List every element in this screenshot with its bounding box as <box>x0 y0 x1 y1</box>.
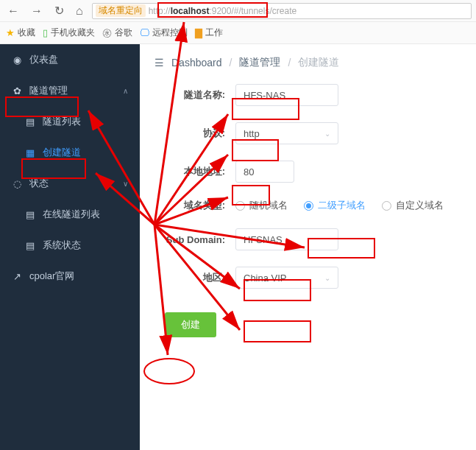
row-region: 地区: China VIP⌄ <box>154 267 461 289</box>
sidebar-item-label: 系统状态 <box>43 239 81 252</box>
label-region: 地区: <box>154 271 235 284</box>
sidebar-item-label: 仪表盘 <box>29 53 58 66</box>
label-tunnel-name: 隧道名称: <box>154 88 235 102</box>
gauge-icon: ◉ <box>12 55 22 66</box>
chevron-down-icon: ⌄ <box>324 274 330 282</box>
bookmark-mobile[interactable]: ▯手机收藏夹 <box>43 27 95 39</box>
chevron-up-icon: ∧ <box>123 87 128 95</box>
radio-group-domain-type: 随机域名 二级子域名 自定义域名 <box>235 199 444 212</box>
sidebar-item-label: cpolar官网 <box>29 270 74 283</box>
bookmarks-bar: ★收藏 ▯手机收藏夹 ㊌谷歌 🖵远程控制 ▇工作 <box>0 22 476 44</box>
sidebar-item-dashboard[interactable]: ◉ 仪表盘 <box>0 44 140 75</box>
breadcrumb-dashboard[interactable]: Dashboard <box>171 57 222 68</box>
reload-icon[interactable]: ↻ <box>51 4 67 18</box>
browser-nav-bar: ← → ↻ ⌂ 域名重定向 http://localhost:9200/#/tu… <box>0 0 476 22</box>
gear-icon: ✿ <box>12 85 22 96</box>
input-sub-domain[interactable]: HFSNAS <box>235 228 338 250</box>
address-bar[interactable]: 域名重定向 http://localhost:9200/#/tunnels/cr… <box>92 3 472 19</box>
row-protocol: 协议: http⌄ <box>154 122 461 144</box>
chevron-down-icon: ∨ <box>123 180 128 188</box>
radio-sub-domain[interactable]: 二级子域名 <box>304 199 366 212</box>
breadcrumb: ☰ Dashboard / 隧道管理 / 创建隧道 <box>154 56 461 69</box>
sidebar-item-sys-status[interactable]: ▤ 系统状态 <box>0 230 140 261</box>
favorites-button[interactable]: ★收藏 <box>6 27 35 39</box>
list-icon: ▤ <box>25 209 35 220</box>
list-icon: ▤ <box>25 240 35 251</box>
label-local-addr: 本地地址: <box>154 165 235 178</box>
breadcrumb-mgmt[interactable]: 隧道管理 <box>239 56 280 69</box>
sidebar-item-label: 状态 <box>29 177 49 190</box>
bookmark-google[interactable]: ㊌谷歌 <box>102 27 132 40</box>
row-domain-type: 域名类型: 随机域名 二级子域名 自定义域名 <box>154 199 461 212</box>
sidebar-item-label: 在线隧道列表 <box>43 208 100 221</box>
input-local-addr[interactable]: 80 <box>235 161 294 183</box>
back-icon[interactable]: ← <box>4 4 22 18</box>
label-domain-type: 域名类型: <box>154 199 235 212</box>
label-protocol: 协议: <box>154 127 235 140</box>
home-icon[interactable]: ⌂ <box>73 4 86 18</box>
forward-icon[interactable]: → <box>28 4 46 18</box>
select-region[interactable]: China VIP⌄ <box>235 267 338 289</box>
circle-icon: ◌ <box>12 178 22 189</box>
sidebar-item-status[interactable]: ◌ 状态 ∨ <box>0 168 140 199</box>
breadcrumb-sep: / <box>230 57 232 68</box>
url-text: http://localhost:9200/#/tunnels/create <box>149 6 296 16</box>
submit-button[interactable]: 创建 <box>165 312 216 337</box>
select-protocol[interactable]: http⌄ <box>235 122 338 144</box>
monitor-icon: 🖵 <box>140 27 149 38</box>
bookmark-remote[interactable]: 🖵远程控制 <box>140 27 188 39</box>
breadcrumb-current: 创建隧道 <box>298 56 339 69</box>
star-icon: ★ <box>6 27 15 38</box>
sidebar-item-tunnel-mgmt[interactable]: ✿ 隧道管理 ∧ <box>0 75 140 106</box>
sidebar-item-online-list[interactable]: ▤ 在线隧道列表 <box>0 199 140 230</box>
redirect-badge: 域名重定向 <box>96 4 146 17</box>
sidebar-item-tunnel-list[interactable]: ▤ 隧道列表 <box>0 106 140 137</box>
input-tunnel-name[interactable]: HFS-NAS <box>235 84 338 106</box>
bookmark-work[interactable]: ▇工作 <box>195 27 223 39</box>
row-sub-domain: Sub Domain: HFSNAS <box>154 228 461 250</box>
grid-icon: ▦ <box>25 147 35 158</box>
radio-custom-domain[interactable]: 自定义域名 <box>382 199 444 212</box>
app-container: ◉ 仪表盘 ✿ 隧道管理 ∧ ▤ 隧道列表 ▦ 创建隧道 ◌ 状态 ∨ ▤ 在线… <box>0 44 476 450</box>
sidebar-item-cpolar[interactable]: ↗ cpolar官网 <box>0 261 140 292</box>
sidebar-item-label: 隧道列表 <box>43 115 81 128</box>
sidebar-item-label: 创建隧道 <box>43 146 81 159</box>
breadcrumb-sep: / <box>288 57 291 68</box>
external-link-icon: ↗ <box>12 271 22 282</box>
mobile-icon: ▯ <box>43 27 48 38</box>
chevron-down-icon: ⌄ <box>324 130 330 138</box>
globe-icon: ㊌ <box>102 27 112 40</box>
list-icon: ▤ <box>25 116 35 127</box>
folder-icon: ▇ <box>195 27 202 38</box>
label-sub-domain: Sub Domain: <box>154 234 235 245</box>
menu-toggle-icon[interactable]: ☰ <box>154 57 164 68</box>
radio-random-domain[interactable]: 随机域名 <box>235 199 288 212</box>
row-tunnel-name: 隧道名称: HFS-NAS <box>154 84 461 106</box>
main-panel: ☰ Dashboard / 隧道管理 / 创建隧道 隧道名称: HFS-NAS … <box>140 44 476 450</box>
sidebar: ◉ 仪表盘 ✿ 隧道管理 ∧ ▤ 隧道列表 ▦ 创建隧道 ◌ 状态 ∨ ▤ 在线… <box>0 44 140 450</box>
row-local-addr: 本地地址: 80 <box>154 161 461 183</box>
sidebar-item-tunnel-create[interactable]: ▦ 创建隧道 <box>0 137 140 168</box>
sidebar-item-label: 隧道管理 <box>29 84 68 97</box>
